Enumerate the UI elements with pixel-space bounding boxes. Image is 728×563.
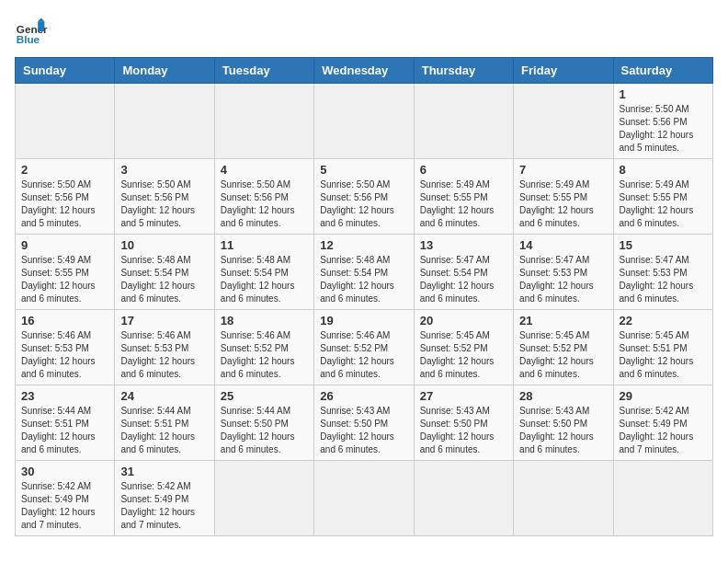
calendar-cell: 26Sunrise: 5:43 AMSunset: 5:50 PMDayligh… — [314, 385, 414, 461]
day-number: 3 — [120, 163, 208, 177]
week-row-4: 16Sunrise: 5:46 AMSunset: 5:53 PMDayligh… — [16, 310, 713, 385]
weekday-header-row: SundayMondayTuesdayWednesdayThursdayFrid… — [16, 58, 713, 84]
day-info: Sunrise: 5:48 AMSunset: 5:54 PMDaylight:… — [120, 254, 208, 305]
day-number: 5 — [320, 163, 407, 177]
day-number: 23 — [21, 389, 108, 403]
calendar-cell — [514, 84, 613, 159]
day-info: Sunrise: 5:43 AMSunset: 5:50 PMDaylight:… — [320, 405, 407, 456]
calendar-cell: 24Sunrise: 5:44 AMSunset: 5:51 PMDayligh… — [115, 385, 214, 461]
day-number: 12 — [320, 238, 407, 252]
svg-text:Blue: Blue — [17, 33, 40, 45]
calendar-cell: 2Sunrise: 5:50 AMSunset: 5:56 PMDaylight… — [16, 159, 115, 235]
day-info: Sunrise: 5:47 AMSunset: 5:54 PMDaylight:… — [420, 254, 507, 305]
day-info: Sunrise: 5:44 AMSunset: 5:51 PMDaylight:… — [120, 405, 208, 456]
calendar-cell: 1Sunrise: 5:50 AMSunset: 5:56 PMDaylight… — [613, 84, 712, 159]
calendar-cell: 27Sunrise: 5:43 AMSunset: 5:50 PMDayligh… — [414, 385, 513, 461]
calendar-cell: 8Sunrise: 5:49 AMSunset: 5:55 PMDaylight… — [613, 159, 712, 235]
day-info: Sunrise: 5:47 AMSunset: 5:53 PMDaylight:… — [620, 254, 707, 305]
calendar-table: SundayMondayTuesdayWednesdayThursdayFrid… — [15, 57, 713, 536]
calendar-cell: 20Sunrise: 5:45 AMSunset: 5:52 PMDayligh… — [414, 310, 513, 385]
week-row-5: 23Sunrise: 5:44 AMSunset: 5:51 PMDayligh… — [16, 385, 713, 461]
svg-marker-3 — [38, 18, 44, 22]
calendar-cell: 3Sunrise: 5:50 AMSunset: 5:56 PMDaylight… — [115, 159, 214, 235]
day-info: Sunrise: 5:46 AMSunset: 5:53 PMDaylight:… — [120, 329, 208, 381]
day-number: 1 — [620, 87, 707, 101]
weekday-header-sunday: Sunday — [16, 58, 115, 84]
day-info: Sunrise: 5:50 AMSunset: 5:56 PMDaylight:… — [320, 178, 407, 230]
day-info: Sunrise: 5:49 AMSunset: 5:55 PMDaylight:… — [620, 178, 707, 230]
weekday-header-thursday: Thursday — [414, 58, 513, 84]
day-info: Sunrise: 5:44 AMSunset: 5:50 PMDaylight:… — [221, 405, 308, 456]
calendar-cell: 17Sunrise: 5:46 AMSunset: 5:53 PMDayligh… — [115, 310, 214, 385]
calendar-cell: 10Sunrise: 5:48 AMSunset: 5:54 PMDayligh… — [115, 235, 214, 310]
day-info: Sunrise: 5:43 AMSunset: 5:50 PMDaylight:… — [519, 405, 607, 456]
calendar-cell — [214, 84, 313, 159]
day-info: Sunrise: 5:45 AMSunset: 5:52 PMDaylight:… — [420, 329, 507, 381]
day-number: 17 — [120, 314, 208, 327]
day-info: Sunrise: 5:46 AMSunset: 5:53 PMDaylight:… — [21, 329, 108, 381]
calendar-cell — [214, 461, 313, 536]
week-row-3: 9Sunrise: 5:49 AMSunset: 5:55 PMDaylight… — [16, 235, 713, 310]
calendar-cell: 28Sunrise: 5:43 AMSunset: 5:50 PMDayligh… — [514, 385, 613, 461]
calendar-cell: 23Sunrise: 5:44 AMSunset: 5:51 PMDayligh… — [16, 385, 115, 461]
calendar-cell: 22Sunrise: 5:45 AMSunset: 5:51 PMDayligh… — [613, 310, 712, 385]
week-row-6: 30Sunrise: 5:42 AMSunset: 5:49 PMDayligh… — [16, 461, 713, 536]
day-number: 30 — [21, 465, 108, 478]
calendar-cell: 11Sunrise: 5:48 AMSunset: 5:54 PMDayligh… — [214, 235, 313, 310]
day-number: 4 — [221, 163, 308, 177]
day-number: 24 — [120, 389, 208, 403]
day-number: 25 — [221, 389, 308, 403]
day-number: 6 — [420, 163, 507, 177]
calendar-cell: 13Sunrise: 5:47 AMSunset: 5:54 PMDayligh… — [414, 235, 513, 310]
calendar-cell — [115, 84, 214, 159]
day-info: Sunrise: 5:49 AMSunset: 5:55 PMDaylight:… — [21, 254, 108, 305]
day-number: 19 — [320, 314, 407, 327]
calendar-cell: 7Sunrise: 5:49 AMSunset: 5:55 PMDaylight… — [514, 159, 613, 235]
day-number: 31 — [120, 465, 208, 478]
day-number: 7 — [519, 163, 607, 177]
day-number: 8 — [620, 163, 707, 177]
day-info: Sunrise: 5:49 AMSunset: 5:55 PMDaylight:… — [420, 178, 507, 230]
day-number: 14 — [519, 238, 607, 252]
calendar-cell: 15Sunrise: 5:47 AMSunset: 5:53 PMDayligh… — [613, 235, 712, 310]
day-info: Sunrise: 5:44 AMSunset: 5:51 PMDaylight:… — [21, 405, 108, 456]
day-info: Sunrise: 5:46 AMSunset: 5:52 PMDaylight:… — [320, 329, 407, 381]
calendar-cell — [414, 461, 513, 536]
day-number: 29 — [620, 389, 707, 403]
calendar-cell: 12Sunrise: 5:48 AMSunset: 5:54 PMDayligh… — [314, 235, 414, 310]
calendar-cell — [16, 84, 115, 159]
calendar-cell: 25Sunrise: 5:44 AMSunset: 5:50 PMDayligh… — [214, 385, 313, 461]
day-info: Sunrise: 5:48 AMSunset: 5:54 PMDaylight:… — [320, 254, 407, 305]
calendar-cell — [514, 461, 613, 536]
calendar-cell — [314, 84, 414, 159]
day-info: Sunrise: 5:42 AMSunset: 5:49 PMDaylight:… — [620, 405, 707, 456]
calendar-cell: 9Sunrise: 5:49 AMSunset: 5:55 PMDaylight… — [16, 235, 115, 310]
weekday-header-wednesday: Wednesday — [314, 58, 414, 84]
day-info: Sunrise: 5:50 AMSunset: 5:56 PMDaylight:… — [21, 178, 108, 230]
day-info: Sunrise: 5:49 AMSunset: 5:55 PMDaylight:… — [519, 178, 607, 230]
day-info: Sunrise: 5:45 AMSunset: 5:52 PMDaylight:… — [519, 329, 607, 381]
calendar-cell: 18Sunrise: 5:46 AMSunset: 5:52 PMDayligh… — [214, 310, 313, 385]
page-header: General Blue — [15, 15, 713, 48]
weekday-header-monday: Monday — [115, 58, 214, 84]
day-number: 18 — [221, 314, 308, 327]
day-info: Sunrise: 5:48 AMSunset: 5:54 PMDaylight:… — [221, 254, 308, 305]
calendar-cell — [414, 84, 513, 159]
calendar-cell: 16Sunrise: 5:46 AMSunset: 5:53 PMDayligh… — [16, 310, 115, 385]
logo-icon: General Blue — [15, 15, 48, 48]
calendar-cell: 4Sunrise: 5:50 AMSunset: 5:56 PMDaylight… — [214, 159, 313, 235]
day-info: Sunrise: 5:46 AMSunset: 5:52 PMDaylight:… — [221, 329, 308, 381]
day-info: Sunrise: 5:47 AMSunset: 5:53 PMDaylight:… — [519, 254, 607, 305]
day-number: 27 — [420, 389, 507, 403]
day-info: Sunrise: 5:45 AMSunset: 5:51 PMDaylight:… — [620, 329, 707, 381]
day-number: 11 — [221, 238, 308, 252]
day-info: Sunrise: 5:42 AMSunset: 5:49 PMDaylight:… — [21, 480, 108, 532]
day-info: Sunrise: 5:42 AMSunset: 5:49 PMDaylight:… — [120, 480, 208, 532]
calendar-cell: 14Sunrise: 5:47 AMSunset: 5:53 PMDayligh… — [514, 235, 613, 310]
day-number: 22 — [620, 314, 707, 327]
calendar-cell: 6Sunrise: 5:49 AMSunset: 5:55 PMDaylight… — [414, 159, 513, 235]
day-number: 10 — [120, 238, 208, 252]
calendar-cell — [613, 461, 712, 536]
day-number: 13 — [420, 238, 507, 252]
svg-marker-2 — [38, 21, 44, 31]
